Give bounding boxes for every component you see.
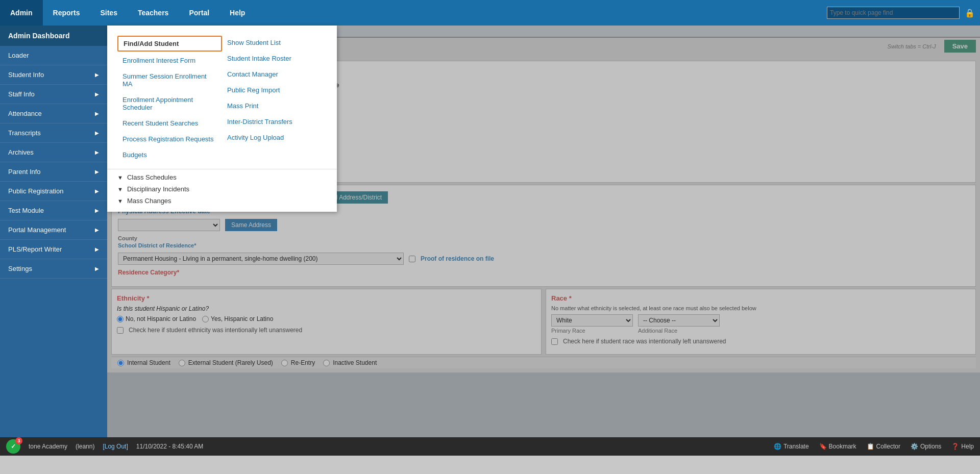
translate-icon: 🌐 bbox=[774, 443, 781, 450]
arrow-icon: ▶ bbox=[95, 266, 99, 271]
dropdown-menu: Find/Add Student Enrollment Interest For… bbox=[107, 26, 337, 212]
notification-badge[interactable]: ✓ 3 bbox=[6, 439, 20, 454]
collector-link[interactable]: 📋 Collector bbox=[867, 443, 900, 450]
recent-searches-item[interactable]: Recent Student Searches bbox=[117, 116, 222, 130]
budgets-item[interactable]: Budgets bbox=[117, 148, 222, 162]
sidebar-item-attendance[interactable]: Attendance ▶ bbox=[0, 104, 107, 123]
student-intake-item[interactable]: Student Intake Roster bbox=[222, 52, 327, 65]
arrow-icon: ▶ bbox=[95, 91, 99, 97]
show-student-list-item[interactable]: Show Student List bbox=[222, 36, 327, 49]
help-link[interactable]: ❓ Help bbox=[951, 443, 974, 450]
logout-link[interactable]: [Log Out] bbox=[103, 443, 128, 450]
nav-help[interactable]: Help bbox=[219, 0, 255, 26]
options-link[interactable]: ⚙️ Options bbox=[911, 443, 941, 450]
top-nav: Admin Reports Sites Teachers Portal Help… bbox=[0, 0, 980, 26]
sidebar-item-transcripts[interactable]: Transcripts ▶ bbox=[0, 123, 107, 143]
inter-district-item[interactable]: Inter-District Transfers bbox=[222, 115, 327, 129]
bookmark-icon: 🔖 bbox=[819, 443, 827, 450]
bookmark-link[interactable]: 🔖 Bookmark bbox=[819, 443, 856, 450]
public-reg-import-item[interactable]: Public Reg Import bbox=[222, 83, 327, 97]
translate-link[interactable]: 🌐 Translate bbox=[774, 443, 809, 450]
arrow-icon: ▶ bbox=[95, 188, 99, 194]
sidebar-item-public-registration[interactable]: Public Registration ▶ bbox=[0, 182, 107, 201]
sidebar-item-loader[interactable]: Loader bbox=[0, 46, 107, 65]
dropdown-col-2: Show Student List Student Intake Roster … bbox=[222, 36, 327, 162]
arrow-icon: ▶ bbox=[95, 227, 99, 233]
user-name: (leann) bbox=[76, 443, 94, 450]
sidebar-item-student-info[interactable]: Student Info ▶ bbox=[0, 65, 107, 85]
sidebar-header: Admin Dashboard bbox=[0, 26, 107, 46]
help-icon: ❓ bbox=[951, 443, 959, 450]
summer-session-item[interactable]: Summer Session Enrollment MA bbox=[117, 69, 222, 91]
gear-icon: ⚙️ bbox=[911, 443, 918, 450]
sidebar-item-archives[interactable]: Archives ▶ bbox=[0, 143, 107, 162]
sidebar-item-settings[interactable]: Settings ▶ bbox=[0, 259, 107, 279]
main-layout: Admin Dashboard Loader Student Info ▶ St… bbox=[0, 26, 980, 437]
nav-reports[interactable]: Reports bbox=[43, 0, 90, 26]
enrollment-appt-item[interactable]: Enrollment Appointment Scheduler bbox=[117, 93, 222, 114]
nav-teachers[interactable]: Teachers bbox=[128, 0, 179, 26]
mass-print-item[interactable]: Mass Print bbox=[222, 99, 327, 113]
datetime: 11/10/2022 - 8:45:40 AM bbox=[136, 443, 203, 450]
collector-icon: 📋 bbox=[867, 443, 874, 450]
sidebar-item-pls-report[interactable]: PLS/Report Writer ▶ bbox=[0, 240, 107, 259]
school-name: tone Academy bbox=[29, 443, 67, 450]
find-add-student-item[interactable]: Find/Add Student bbox=[117, 36, 222, 52]
arrow-icon: ▶ bbox=[95, 169, 99, 174]
badge-count: 3 bbox=[15, 437, 22, 444]
chevron-down-icon: ▼ bbox=[117, 198, 123, 204]
footer: ✓ 3 tone Academy (leann) [Log Out] 11/10… bbox=[0, 437, 980, 456]
arrow-icon: ▶ bbox=[95, 149, 99, 155]
lock-icon: 🔒 bbox=[965, 8, 975, 18]
contact-manager-item[interactable]: Contact Manager bbox=[222, 67, 327, 81]
sidebar-item-staff-info[interactable]: Staff Info ▶ bbox=[0, 85, 107, 104]
activity-log-item[interactable]: Activity Log Upload bbox=[222, 131, 327, 144]
arrow-icon: ▶ bbox=[95, 208, 99, 213]
arrow-icon: ▶ bbox=[95, 111, 99, 116]
nav-admin[interactable]: Admin bbox=[0, 0, 43, 26]
quick-find-input[interactable] bbox=[827, 7, 960, 19]
arrow-icon: ▶ bbox=[95, 130, 99, 136]
mass-changes-section[interactable]: ▼ Mass Changes bbox=[107, 195, 337, 207]
nav-portal[interactable]: Portal bbox=[179, 0, 219, 26]
chevron-down-icon: ▼ bbox=[117, 174, 123, 181]
enrollment-interest-item[interactable]: Enrollment Interest Form bbox=[117, 54, 222, 67]
sidebar-item-test-module[interactable]: Test Module ▶ bbox=[0, 201, 107, 220]
sidebar-item-parent-info[interactable]: Parent Info ▶ bbox=[0, 162, 107, 182]
arrow-icon: ▶ bbox=[95, 72, 99, 78]
class-schedules-section[interactable]: ▼ Class Schedules bbox=[107, 171, 337, 183]
sidebar-item-portal-management[interactable]: Portal Management ▶ bbox=[0, 220, 107, 240]
dropdown-col-1: Find/Add Student Enrollment Interest For… bbox=[117, 36, 222, 162]
arrow-icon: ▶ bbox=[95, 246, 99, 252]
chevron-down-icon: ▼ bbox=[117, 186, 123, 192]
nav-sites[interactable]: Sites bbox=[90, 0, 127, 26]
process-registration-item[interactable]: Process Registration Requests bbox=[117, 132, 222, 146]
disciplinary-incidents-section[interactable]: ▼ Disciplinary Incidents bbox=[107, 183, 337, 195]
footer-links: 🌐 Translate 🔖 Bookmark 📋 Collector ⚙️ Op… bbox=[774, 443, 974, 450]
sidebar: Admin Dashboard Loader Student Info ▶ St… bbox=[0, 26, 107, 437]
